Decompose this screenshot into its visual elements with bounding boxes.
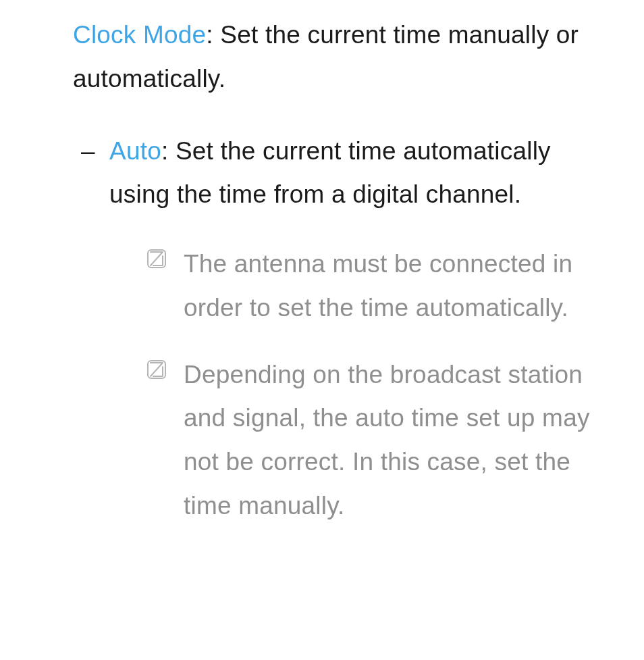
note-item: Depending on the broadcast station and s… bbox=[146, 353, 603, 528]
auto-term: Auto bbox=[109, 137, 161, 165]
note-text: Depending on the broadcast station and s… bbox=[184, 361, 590, 519]
note-text: The antenna must be connected in order t… bbox=[184, 250, 572, 322]
clock-mode-term: Clock Mode bbox=[73, 21, 206, 49]
clock-mode-item: Clock Mode: Set the current time manuall… bbox=[73, 14, 603, 101]
auto-desc: : Set the current time automatically usi… bbox=[109, 137, 551, 209]
note-item: The antenna must be connected in order t… bbox=[146, 243, 603, 330]
notes-block: The antenna must be connected in order t… bbox=[109, 243, 603, 528]
list-dash: – bbox=[81, 130, 95, 174]
auto-item: – Auto: Set the current time automatical… bbox=[73, 130, 603, 528]
manual-page: Clock Mode: Set the current time manuall… bbox=[0, 0, 644, 528]
note-icon bbox=[146, 248, 167, 270]
note-icon bbox=[146, 359, 167, 380]
